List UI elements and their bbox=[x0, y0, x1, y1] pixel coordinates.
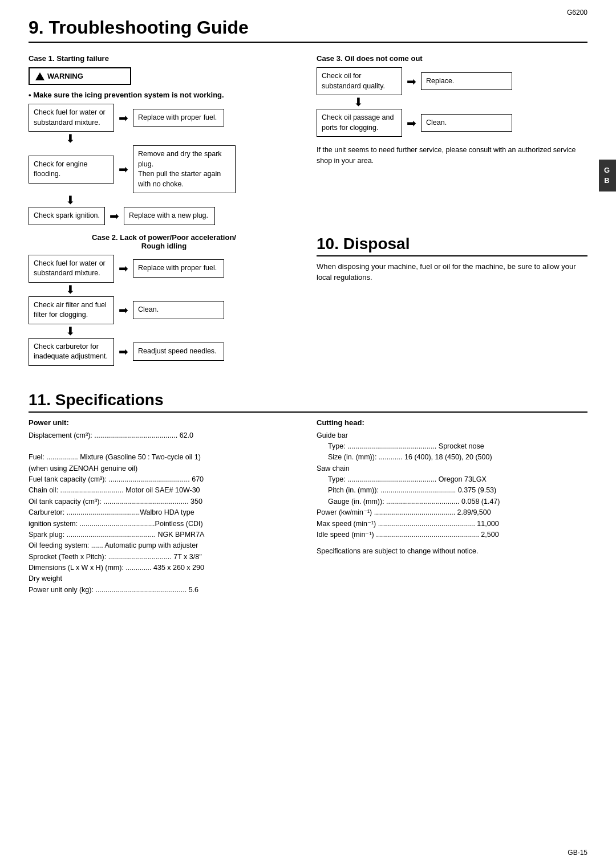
spec-sprocket: Sprocket (Teeth x Pitch): ..............… bbox=[29, 552, 299, 563]
flow-box-2: Check for engine flooding. bbox=[29, 156, 114, 184]
flow-action-1: Replace with proper fuel. bbox=[133, 109, 224, 127]
specs-cutting-col: Cutting head: Guide bar Type: ..........… bbox=[317, 418, 587, 596]
case2-arrow-right-1: ➡ bbox=[119, 263, 128, 274]
warning-label: WARNING bbox=[47, 72, 83, 80]
flow-down-2: ⬇ bbox=[29, 194, 299, 206]
spec-chain-oil: Chain oil: .............................… bbox=[29, 485, 299, 496]
spec-saw-chain: Saw chain bbox=[317, 463, 587, 474]
spec-idle-speed: Idle speed (min⁻¹) .....................… bbox=[317, 529, 587, 540]
flow-row-2: Check for engine flooding. ➡ Remove and … bbox=[29, 145, 299, 193]
gb-tab: GB bbox=[599, 160, 616, 191]
case3-arrow-right-1: ➡ bbox=[407, 76, 416, 87]
case2-flow-action-2: Clean. bbox=[133, 301, 224, 319]
case3-flow: Check oil for substandard quality. ➡ Rep… bbox=[317, 67, 587, 137]
flow-row-3: Check spark ignition. ➡ Replace with a n… bbox=[29, 207, 299, 225]
case2-flow-box-2: Check air filter and fuel filter for clo… bbox=[29, 296, 114, 324]
spec-guide-bar-size: Size (in. (mm)): ............ 16 (400), … bbox=[317, 452, 587, 463]
spec-saw-chain-pitch: Pitch (in. (mm)): ......................… bbox=[317, 485, 587, 496]
case2-arrow-down-1: ⬇ bbox=[66, 284, 75, 295]
spec-power-unit-weight: Power unit only (kg): ..................… bbox=[29, 585, 299, 596]
case3-label: Case 3. Oil does not come out bbox=[317, 54, 587, 63]
case2-flow-row-1: Check fuel for water or substandard mixt… bbox=[29, 255, 299, 283]
spec-fuel-note: (when using ZENOAH genuine oil) bbox=[29, 463, 299, 474]
case3-flow-action-2: Clean. bbox=[421, 114, 512, 132]
case3-flow-box-1: Check oil for substandard quality. bbox=[317, 67, 402, 95]
flow-row-1: Check fuel for water or substandard mixt… bbox=[29, 104, 299, 132]
spec-saw-chain-gauge: Gauge (in. (mm)): ......................… bbox=[317, 496, 587, 507]
troubleshoot-right-col: Case 3. Oil does not come out Check oil … bbox=[317, 46, 587, 374]
warning-title: WARNING bbox=[35, 72, 124, 80]
arrow-right-1: ➡ bbox=[119, 112, 128, 124]
specifications-title: 11. Specifications bbox=[29, 391, 587, 413]
troubleshooting-title: 9. Troubleshooting Guide bbox=[29, 17, 587, 43]
spec-max-speed: Max speed (min⁻¹) ......................… bbox=[317, 519, 587, 529]
specifications-section: 11. Specifications Power unit: Displacem… bbox=[29, 391, 587, 596]
flow-action-3: Replace with a new plug. bbox=[124, 207, 215, 225]
case2-arrow-right-3: ➡ bbox=[119, 346, 128, 357]
case2-flow-action-1: Replace with proper fuel. bbox=[133, 259, 224, 278]
spec-guide-bar: Guide bar bbox=[317, 430, 587, 441]
troubleshoot-left-col: Case 1. Starting failure WARNING • Make … bbox=[29, 46, 299, 374]
service-note: If the unit seems to need further servic… bbox=[317, 145, 587, 166]
case2-flow-box-3: Check carburetor for inadequate adjustme… bbox=[29, 338, 114, 366]
case3-flow-row-1: Check oil for substandard quality. ➡ Rep… bbox=[317, 67, 587, 95]
arrow-down-1: ⬇ bbox=[66, 133, 75, 144]
disposal-text: When disposing your machine, fuel or oil… bbox=[317, 261, 587, 283]
flow-down-1: ⬇ bbox=[29, 133, 299, 144]
arrow-down-2: ⬇ bbox=[66, 194, 75, 206]
spec-power: Power (kw/min⁻¹) .......................… bbox=[317, 507, 587, 518]
page-ref-top: G6200 bbox=[567, 9, 587, 17]
spec-ignition: ignition system: .......................… bbox=[29, 519, 299, 529]
spec-dry-weight-label: Dry weight bbox=[29, 573, 299, 584]
spec-fuel-tank: Fuel tank capacity (cm³): ..............… bbox=[29, 474, 299, 485]
warning-bullet: • Make sure the icing prevention system … bbox=[29, 91, 299, 99]
case2-arrow-right-2: ➡ bbox=[119, 304, 128, 316]
case2-flow-row-2: Check air filter and fuel filter for clo… bbox=[29, 296, 299, 324]
flow-box-3: Check spark ignition. bbox=[29, 207, 105, 225]
spec-blank1 bbox=[29, 441, 299, 452]
warning-box: WARNING bbox=[29, 67, 131, 85]
case2-arrow-down-2: ⬇ bbox=[66, 325, 75, 337]
specs-change-note: Specifications are subject to change wit… bbox=[317, 547, 587, 555]
spec-spark-plug: Spark plug: ............................… bbox=[29, 529, 299, 540]
cutting-head-heading: Cutting head: bbox=[317, 418, 587, 427]
case3-arrow-down-1: ⬇ bbox=[354, 96, 363, 108]
case3-flow-action-1: Replace. bbox=[421, 72, 512, 91]
flow-box-1: Check fuel for water or substandard mixt… bbox=[29, 104, 114, 132]
case2-flow-down-2: ⬇ bbox=[29, 325, 299, 337]
case2-flow-box-1: Check fuel for water or substandard mixt… bbox=[29, 255, 114, 283]
spec-oil-feed: Oil feeding system: ...... Automatic pum… bbox=[29, 540, 299, 551]
case2-flow: Check fuel for water or substandard mixt… bbox=[29, 255, 299, 366]
spec-fuel: Fuel: ................ Mixture (Gasoline… bbox=[29, 452, 299, 463]
case3-arrow-right-2: ➡ bbox=[407, 117, 416, 129]
case2-flow-down-1: ⬇ bbox=[29, 284, 299, 295]
spec-displacement: Displacement (cm³): ....................… bbox=[29, 430, 299, 441]
spec-saw-chain-type: Type: ..................................… bbox=[317, 474, 587, 485]
case3-flow-down-1: ⬇ bbox=[317, 96, 587, 108]
case2-label: Case 2. Lack of power/Poor acceleration/… bbox=[29, 233, 299, 250]
case1-flow: Check fuel for water or substandard mixt… bbox=[29, 104, 299, 225]
case3-flow-row-2: Check oil passage and ports for clogging… bbox=[317, 109, 587, 137]
disposal-section: 10. Disposal When disposing your machine… bbox=[317, 235, 587, 283]
disposal-title: 10. Disposal bbox=[317, 235, 587, 256]
page-ref-bottom: GB-15 bbox=[568, 849, 587, 857]
case1-label: Case 1. Starting failure bbox=[29, 54, 299, 63]
case2-flow-row-3: Check carburetor for inadequate adjustme… bbox=[29, 338, 299, 366]
specs-power-col: Power unit: Displacement (cm³): ........… bbox=[29, 418, 299, 596]
case3-flow-box-2: Check oil passage and ports for clogging… bbox=[317, 109, 402, 137]
spec-guide-bar-type: Type: ..................................… bbox=[317, 441, 587, 452]
arrow-right-2: ➡ bbox=[119, 164, 128, 175]
arrow-right-3: ➡ bbox=[110, 210, 119, 222]
power-unit-heading: Power unit: bbox=[29, 418, 299, 427]
spec-dimensions: Dimensions (L x W x H) (mm): ...........… bbox=[29, 563, 299, 573]
troubleshooting-section: 9. Troubleshooting Guide Case 1. Startin… bbox=[29, 17, 587, 374]
warning-triangle-icon bbox=[35, 72, 44, 80]
case2-flow-action-3: Readjust speed needles. bbox=[133, 343, 224, 361]
spec-oil-tank: Oil tank capacity (cm³): ...............… bbox=[29, 496, 299, 507]
flow-action-2: Remove and dry the spark plug.Then pull … bbox=[133, 145, 236, 193]
spec-carb: Carburetor: ............................… bbox=[29, 507, 299, 518]
